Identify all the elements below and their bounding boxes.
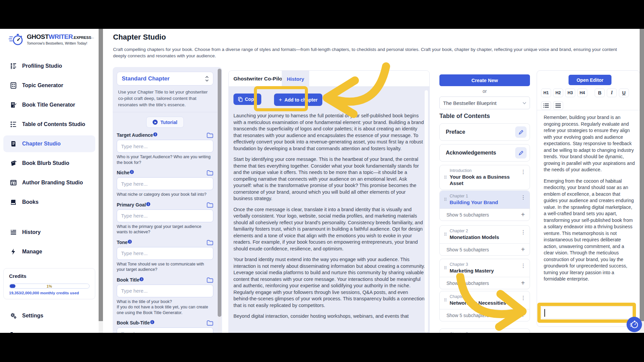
kebab-menu-icon[interactable]: ⋮: [521, 295, 526, 301]
blueprint-select[interactable]: The Bestseller Blueprint: [439, 97, 530, 109]
kebab-menu-icon[interactable]: ⋮: [521, 262, 526, 269]
niche-input[interactable]: [117, 177, 213, 190]
copilot-scrollbar[interactable]: [425, 90, 428, 333]
folder-icon[interactable]: [207, 170, 213, 176]
h4-button[interactable]: H4: [577, 88, 587, 97]
underline-button[interactable]: U: [619, 88, 629, 97]
info-icon[interactable]: i: [153, 132, 157, 136]
blueprint-value: The Bestseller Blueprint: [443, 100, 496, 106]
kebab-menu-icon[interactable]: ⋮: [521, 229, 526, 235]
open-editor-button[interactable]: Open Editor: [569, 75, 611, 85]
info-icon[interactable]: i: [150, 320, 154, 324]
paragraph: Your brand identity must extend into the…: [233, 256, 425, 309]
toc-entry-chapter-4[interactable]: ⠿ Chapter 4 Networking Necessities ⋮ Sho…: [439, 291, 530, 321]
create-new-button[interactable]: Create New: [439, 74, 530, 86]
folder-icon[interactable]: [207, 320, 213, 326]
toc-panel: Create New or The Bestseller Blueprint T…: [439, 29, 530, 333]
toc-entry-chapter-1[interactable]: ⠿ Chapter 1 Building Your Brand ⋮ Show 5…: [439, 190, 530, 221]
target-audience-input[interactable]: [117, 140, 213, 153]
form-scrollbar-thumb[interactable]: [218, 69, 221, 317]
show-subchapters-row[interactable]: Show 5 subchapters +: [440, 277, 530, 289]
sidebar-item-label: History: [22, 229, 41, 235]
sidebar-item-chapter-studio[interactable]: Chapter Studio: [3, 135, 95, 152]
tutorial-button[interactable]: ▶ Tutorial: [146, 117, 184, 128]
tone-input[interactable]: [117, 247, 213, 260]
author-branding-studio-icon: [10, 179, 17, 186]
stopwatch-fab-icon: [630, 320, 639, 329]
info-icon[interactable]: i: [130, 170, 134, 174]
sidebar-item-toc-studio[interactable]: Table of Contents Studio: [3, 116, 95, 133]
toc-entry-introduction[interactable]: ⠿ Introduction Your Book as a Business A…: [439, 165, 530, 190]
tab-ghostwriter-copilot[interactable]: Ghostwriter Co-Pilot: [233, 71, 284, 87]
show-subchapters-label: Show 5 subchapters: [446, 281, 489, 286]
sidebar-item-profiling-studio[interactable]: Profiling Studio: [3, 58, 95, 74]
kebab-menu-icon[interactable]: ⋮: [521, 194, 526, 200]
h2-button[interactable]: H2: [553, 88, 563, 97]
edit-button[interactable]: [515, 147, 527, 159]
main-scrollbar-thumb[interactable]: [640, 29, 644, 321]
toc-entry-chapter-3[interactable]: ⠿ Chapter 3 Marketing Mastery ⋮ Show 5 s…: [439, 259, 530, 289]
sidebar-item-topic-generator[interactable]: Topic Generator: [3, 77, 95, 94]
sidebar-item-book-title-generator[interactable]: Book Title Generator: [3, 97, 95, 113]
drag-handle-icon[interactable]: ⠿: [444, 298, 447, 303]
info-icon[interactable]: i: [140, 277, 144, 281]
add-to-chapter-button[interactable]: + Add to chapter: [274, 94, 322, 106]
bold-button[interactable]: B: [595, 88, 605, 97]
paragraph: Once the core message is clear, translat…: [233, 206, 425, 252]
folder-icon[interactable]: [207, 240, 213, 245]
info-icon[interactable]: i: [146, 202, 150, 206]
sidebar-item-author-branding-studio[interactable]: Author Branding Studio: [3, 174, 95, 191]
kebab-menu-icon[interactable]: ⋮: [521, 169, 526, 175]
show-subchapters-row[interactable]: Show 5 subchapters +: [440, 309, 530, 321]
chapter-type-select[interactable]: Standard Chapter: [117, 72, 213, 85]
sidebar-item-settings[interactable]: Settings: [3, 307, 95, 324]
sidebar-scrollbar-thumb[interactable]: [99, 29, 103, 321]
drag-handle-icon[interactable]: ⠿: [444, 175, 447, 180]
primary-goal-input[interactable]: [117, 209, 213, 222]
ordered-list-button[interactable]: [541, 101, 551, 110]
show-subchapters-row[interactable]: Show 5 subchapters +: [440, 208, 530, 221]
nav-spacer: [0, 213, 99, 224]
book-title-input[interactable]: [117, 285, 213, 297]
folder-icon[interactable]: [207, 277, 213, 283]
info-icon[interactable]: i: [128, 240, 132, 244]
sidebar-item-label: Book Blurb Studio: [22, 160, 69, 166]
h3-button[interactable]: H3: [565, 88, 575, 97]
folder-icon[interactable]: [207, 132, 213, 138]
toolbar-divider: [589, 88, 593, 97]
copy-button[interactable]: Copy: [233, 94, 261, 105]
plus-icon[interactable]: +: [521, 246, 525, 253]
toc-item-preface[interactable]: Preface: [439, 123, 530, 141]
book-blurb-studio-icon: [10, 160, 17, 167]
toc-entry-chapter-2[interactable]: ⠿ Chapter 2 Monetization Models ⋮ Show 5…: [439, 225, 530, 256]
sidebar-scrollbar[interactable]: [99, 29, 103, 333]
plus-icon[interactable]: +: [521, 311, 525, 319]
folder-icon[interactable]: [207, 202, 213, 208]
topic-generator-icon: [10, 82, 17, 89]
brand-fab-button[interactable]: [627, 317, 642, 332]
edit-button[interactable]: [515, 126, 527, 138]
h1-button[interactable]: H1: [541, 88, 551, 97]
form-panel-scrollbar[interactable]: [218, 69, 221, 333]
toc-item-acknowledgements[interactable]: Acknowledgements: [439, 144, 530, 162]
editor-prompt-input[interactable]: [541, 306, 633, 319]
drag-handle-icon[interactable]: ⠿: [444, 232, 447, 237]
drag-handle-icon[interactable]: ⠿: [444, 265, 447, 270]
field-target-audience: Target Audiencei Who is your Target Audi…: [117, 132, 213, 165]
show-subchapters-row[interactable]: Show 5 subchapters +: [440, 243, 530, 255]
italic-button[interactable]: I: [607, 88, 617, 97]
plus-icon[interactable]: +: [521, 279, 525, 287]
sidebar-collapse-icon[interactable]: ←: [89, 34, 95, 41]
show-subchapters-label: Show 5 subchapters: [446, 212, 489, 218]
sidebar-item-history[interactable]: History: [3, 224, 95, 241]
sidebar-item-book-blurb-studio[interactable]: Book Blurb Studio: [3, 155, 95, 172]
plus-icon[interactable]: +: [521, 211, 525, 219]
sidebar-item-manage[interactable]: Manage: [3, 243, 95, 260]
main-scrollbar[interactable]: [640, 29, 644, 333]
unordered-list-button[interactable]: [553, 101, 563, 110]
drag-handle-icon[interactable]: ⠿: [444, 197, 447, 202]
tab-history[interactable]: History: [282, 71, 309, 87]
paragraph: Remember, building your brand is an ongo…: [544, 114, 635, 173]
chapter-label: Introduction: [450, 168, 514, 173]
sidebar-item-books[interactable]: Books: [3, 194, 95, 210]
